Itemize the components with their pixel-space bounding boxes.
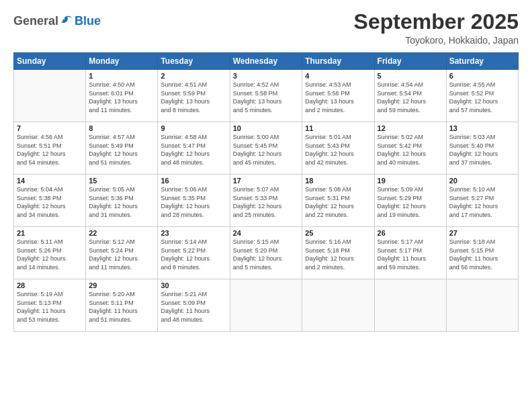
- calendar-cell: 26Sunrise: 5:17 AM Sunset: 5:17 PM Dayli…: [374, 227, 446, 279]
- calendar-cell: 12Sunrise: 5:02 AM Sunset: 5:42 PM Dayli…: [374, 122, 446, 175]
- day-info: Sunrise: 5:10 AM Sunset: 5:27 PM Dayligh…: [449, 185, 515, 219]
- day-info: Sunrise: 4:57 AM Sunset: 5:49 PM Dayligh…: [89, 133, 154, 167]
- day-number: 4: [305, 72, 371, 80]
- day-number: 26: [378, 229, 443, 237]
- day-info: Sunrise: 4:53 AM Sunset: 5:56 PM Dayligh…: [305, 81, 371, 114]
- day-info: Sunrise: 4:58 AM Sunset: 5:47 PM Dayligh…: [161, 133, 226, 167]
- day-info: Sunrise: 5:06 AM Sunset: 5:35 PM Dayligh…: [161, 185, 226, 219]
- header: General Blue September 2025 Toyokoro, Ho…: [13, 10, 519, 46]
- day-number: 14: [17, 177, 83, 185]
- calendar-cell: 30Sunrise: 5:21 AM Sunset: 5:09 PM Dayli…: [158, 279, 230, 332]
- calendar-cell: 17Sunrise: 5:07 AM Sunset: 5:33 PM Dayli…: [230, 175, 302, 227]
- location-title: Toyokoro, Hokkaido, Japan: [354, 35, 519, 46]
- day-number: 30: [161, 281, 226, 289]
- calendar-cell: 27Sunrise: 5:18 AM Sunset: 5:15 PM Dayli…: [446, 227, 518, 279]
- day-number: 6: [449, 72, 515, 80]
- calendar-cell: 6Sunrise: 4:55 AM Sunset: 5:52 PM Daylig…: [446, 70, 518, 122]
- day-header-saturday: Saturday: [446, 53, 518, 70]
- day-info: Sunrise: 4:50 AM Sunset: 6:01 PM Dayligh…: [89, 81, 154, 114]
- day-header-wednesday: Wednesday: [230, 53, 302, 70]
- day-info: Sunrise: 5:03 AM Sunset: 5:40 PM Dayligh…: [449, 133, 515, 167]
- day-number: 17: [233, 177, 300, 185]
- calendar-week-row: 1Sunrise: 4:50 AM Sunset: 6:01 PM Daylig…: [14, 70, 519, 122]
- day-info: Sunrise: 5:04 AM Sunset: 5:38 PM Dayligh…: [17, 185, 83, 219]
- day-info: Sunrise: 5:21 AM Sunset: 5:09 PM Dayligh…: [161, 290, 226, 324]
- calendar-week-row: 14Sunrise: 5:04 AM Sunset: 5:38 PM Dayli…: [14, 175, 519, 227]
- calendar-cell: 4Sunrise: 4:53 AM Sunset: 5:56 PM Daylig…: [302, 70, 374, 122]
- day-number: 19: [378, 177, 443, 185]
- calendar-cell: 23Sunrise: 5:14 AM Sunset: 5:22 PM Dayli…: [158, 227, 230, 279]
- day-header-thursday: Thursday: [302, 53, 374, 70]
- calendar-cell: 14Sunrise: 5:04 AM Sunset: 5:38 PM Dayli…: [14, 175, 86, 227]
- day-header-sunday: Sunday: [14, 53, 86, 70]
- day-number: 28: [17, 281, 83, 289]
- day-number: 1: [89, 72, 154, 80]
- calendar-cell: 20Sunrise: 5:10 AM Sunset: 5:27 PM Dayli…: [446, 175, 518, 227]
- logo-bird-icon: [60, 13, 75, 28]
- calendar-cell: [374, 279, 446, 332]
- title-area: September 2025 Toyokoro, Hokkaido, Japan: [354, 10, 519, 46]
- calendar-cell: 25Sunrise: 5:16 AM Sunset: 5:18 PM Dayli…: [302, 227, 374, 279]
- day-info: Sunrise: 5:16 AM Sunset: 5:18 PM Dayligh…: [305, 238, 371, 271]
- calendar-cell: 1Sunrise: 4:50 AM Sunset: 6:01 PM Daylig…: [86, 70, 158, 122]
- calendar-cell: 16Sunrise: 5:06 AM Sunset: 5:35 PM Dayli…: [158, 175, 230, 227]
- day-number: 11: [305, 124, 371, 132]
- day-info: Sunrise: 5:12 AM Sunset: 5:24 PM Dayligh…: [89, 238, 154, 271]
- page-container: General Blue September 2025 Toyokoro, Ho…: [0, 0, 532, 338]
- month-title: September 2025: [354, 10, 519, 34]
- calendar-cell: 11Sunrise: 5:01 AM Sunset: 5:43 PM Dayli…: [302, 122, 374, 175]
- day-number: 15: [89, 177, 154, 185]
- day-number: 27: [449, 229, 515, 237]
- day-info: Sunrise: 4:54 AM Sunset: 5:54 PM Dayligh…: [378, 81, 443, 114]
- day-number: 5: [378, 72, 443, 80]
- day-number: 13: [449, 124, 515, 132]
- day-number: 21: [17, 229, 83, 237]
- day-info: Sunrise: 5:14 AM Sunset: 5:22 PM Dayligh…: [161, 238, 226, 271]
- day-number: 16: [161, 177, 226, 185]
- day-info: Sunrise: 5:18 AM Sunset: 5:15 PM Dayligh…: [449, 238, 515, 271]
- calendar-cell: 29Sunrise: 5:20 AM Sunset: 5:11 PM Dayli…: [86, 279, 158, 332]
- calendar-cell: [302, 279, 374, 332]
- calendar-cell: 22Sunrise: 5:12 AM Sunset: 5:24 PM Dayli…: [86, 227, 158, 279]
- calendar-cell: 19Sunrise: 5:09 AM Sunset: 5:29 PM Dayli…: [374, 175, 446, 227]
- calendar-cell: 7Sunrise: 4:56 AM Sunset: 5:51 PM Daylig…: [14, 122, 86, 175]
- calendar-cell: [14, 70, 86, 122]
- calendar-cell: 24Sunrise: 5:15 AM Sunset: 5:20 PM Dayli…: [230, 227, 302, 279]
- day-info: Sunrise: 5:11 AM Sunset: 5:26 PM Dayligh…: [17, 238, 83, 271]
- day-info: Sunrise: 4:51 AM Sunset: 5:59 PM Dayligh…: [161, 81, 226, 114]
- calendar-cell: 10Sunrise: 5:00 AM Sunset: 5:45 PM Dayli…: [230, 122, 302, 175]
- calendar-cell: 18Sunrise: 5:08 AM Sunset: 5:31 PM Dayli…: [302, 175, 374, 227]
- logo: General Blue: [13, 13, 101, 28]
- calendar-week-row: 21Sunrise: 5:11 AM Sunset: 5:26 PM Dayli…: [14, 227, 519, 279]
- day-info: Sunrise: 5:15 AM Sunset: 5:20 PM Dayligh…: [233, 238, 300, 271]
- day-info: Sunrise: 4:56 AM Sunset: 5:51 PM Dayligh…: [17, 133, 83, 167]
- day-header-friday: Friday: [374, 53, 446, 70]
- logo-general-text: General: [13, 14, 58, 28]
- calendar-cell: [230, 279, 302, 332]
- day-info: Sunrise: 5:07 AM Sunset: 5:33 PM Dayligh…: [233, 185, 300, 219]
- calendar-cell: 15Sunrise: 5:05 AM Sunset: 5:36 PM Dayli…: [86, 175, 158, 227]
- day-info: Sunrise: 5:05 AM Sunset: 5:36 PM Dayligh…: [89, 185, 154, 219]
- day-info: Sunrise: 5:08 AM Sunset: 5:31 PM Dayligh…: [305, 185, 371, 219]
- calendar-cell: 5Sunrise: 4:54 AM Sunset: 5:54 PM Daylig…: [374, 70, 446, 122]
- day-number: 7: [17, 124, 83, 132]
- day-info: Sunrise: 5:19 AM Sunset: 5:13 PM Dayligh…: [17, 290, 83, 324]
- day-info: Sunrise: 5:02 AM Sunset: 5:42 PM Dayligh…: [378, 133, 443, 167]
- day-number: 25: [305, 229, 371, 237]
- day-number: 24: [233, 229, 300, 237]
- day-info: Sunrise: 5:17 AM Sunset: 5:17 PM Dayligh…: [378, 238, 443, 271]
- calendar-week-row: 28Sunrise: 5:19 AM Sunset: 5:13 PM Dayli…: [14, 279, 519, 332]
- calendar-header-row: SundayMondayTuesdayWednesdayThursdayFrid…: [14, 53, 519, 70]
- day-header-tuesday: Tuesday: [158, 53, 230, 70]
- day-number: 20: [449, 177, 515, 185]
- day-number: 3: [233, 72, 300, 80]
- day-info: Sunrise: 4:52 AM Sunset: 5:58 PM Dayligh…: [233, 81, 300, 114]
- day-number: 29: [89, 281, 154, 289]
- day-number: 22: [89, 229, 154, 237]
- calendar-cell: [446, 279, 518, 332]
- logo-blue-text: Blue: [75, 14, 101, 28]
- day-info: Sunrise: 5:20 AM Sunset: 5:11 PM Dayligh…: [89, 290, 154, 324]
- calendar-cell: 8Sunrise: 4:57 AM Sunset: 5:49 PM Daylig…: [86, 122, 158, 175]
- day-number: 18: [305, 177, 371, 185]
- calendar-cell: 2Sunrise: 4:51 AM Sunset: 5:59 PM Daylig…: [158, 70, 230, 122]
